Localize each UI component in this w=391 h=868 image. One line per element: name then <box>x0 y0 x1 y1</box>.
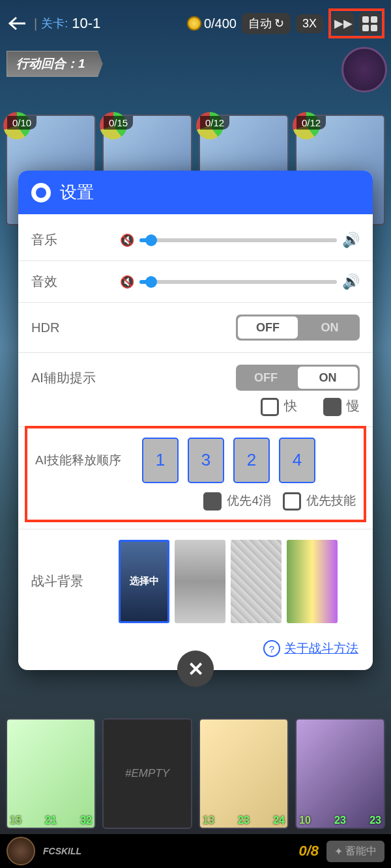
order-box-4[interactable]: 4 <box>279 438 315 483</box>
auto-button[interactable]: 自动 ↻ <box>242 13 291 34</box>
bg-option[interactable] <box>287 540 338 623</box>
coin-value: 0/400 <box>204 16 237 31</box>
ai-hint-on[interactable]: ON <box>298 367 358 389</box>
mute-icon: 🔇 <box>120 233 134 247</box>
grid-icon <box>362 16 377 31</box>
enemy-hp: 0/15 <box>104 116 133 130</box>
order-box-1[interactable]: 1 <box>142 438 179 483</box>
ai-order-row: AI技能释放顺序 1 3 2 4 <box>27 428 364 492</box>
hdr-off[interactable]: OFF <box>238 316 298 339</box>
back-button[interactable] <box>7 14 29 33</box>
settings-header: 设置 <box>18 171 373 214</box>
party-row: 152132 #EMPTY 132324 102323 <box>0 718 391 829</box>
order-box-3[interactable]: 2 <box>233 438 270 483</box>
gear-icon <box>31 183 51 203</box>
party-card[interactable]: 152132 <box>6 718 96 829</box>
bottom-bar: FCSKILL 0/8 ✦蓄能中 <box>0 834 391 868</box>
close-button[interactable]: ✕ <box>177 651 214 687</box>
compass-icon[interactable] <box>341 47 387 92</box>
coin-counter: 0/400 <box>187 16 237 31</box>
battle-bg-label: 战斗背景 <box>31 572 109 590</box>
ai-order-priority: 优先4消 优先技能 <box>27 492 364 520</box>
top-bar: | 关卡: 10-1 0/400 自动 ↻ 3X ▶▶ <box>0 9 391 38</box>
hdr-row: HDR OFF ON <box>18 302 373 352</box>
wand-icon: ✦ <box>334 845 343 858</box>
volume-icon: 🔊 <box>342 232 360 249</box>
bg-option-selected[interactable]: 选择中 <box>119 540 169 623</box>
enemy-hp: 0/12 <box>200 116 229 130</box>
ai-hint-row: AI辅助提示 OFF ON <box>18 352 373 397</box>
music-row: 音乐 🔇 🔊 <box>18 219 373 260</box>
order-box-2[interactable]: 3 <box>188 438 224 483</box>
charge-button[interactable]: ✦蓄能中 <box>326 841 384 862</box>
fast-forward-icon: ▶▶ <box>334 16 353 31</box>
party-card[interactable]: 102323 <box>295 718 385 829</box>
fcskill-label: FCSKILL <box>43 846 81 856</box>
turn-badge: 行动回合：1 <box>7 51 103 77</box>
order-boxes: 1 3 2 4 <box>142 438 356 483</box>
stage-prefix: 关卡: <box>41 16 68 31</box>
sfx-label: 音效 <box>31 273 109 290</box>
party-card[interactable]: 132324 <box>199 718 289 829</box>
party-card-empty[interactable]: #EMPTY <box>102 718 192 829</box>
ai-order-highlight: AI技能释放顺序 1 3 2 4 优先4消 优先技能 <box>25 426 366 522</box>
ai-hint-label: AI辅助提示 <box>31 369 109 387</box>
top-right-highlight: ▶▶ <box>328 8 384 38</box>
fast-forward-button[interactable]: ▶▶ <box>332 12 355 35</box>
close-icon: ✕ <box>188 658 204 680</box>
ai-hint-toggle[interactable]: OFF ON <box>236 365 360 391</box>
stage-label: | 关卡: 10-1 <box>34 15 100 32</box>
sfx-slider[interactable] <box>139 280 337 284</box>
prio4-label: 优先4消 <box>227 494 271 507</box>
back-icon <box>8 16 27 31</box>
fast-label: 快 <box>284 399 297 413</box>
battle-bg-row: 战斗背景 选择中 <box>18 529 373 634</box>
settings-modal: 设置 音乐 🔇 🔊 音效 🔇 🔊 HDR OFF ON <box>18 171 373 670</box>
bg-option[interactable] <box>175 540 225 623</box>
menu-grid-button[interactable] <box>358 12 381 35</box>
settings-title: 设置 <box>60 181 94 204</box>
stage-number: 10-1 <box>72 15 100 32</box>
music-slider[interactable] <box>139 238 337 242</box>
ai-hint-off[interactable]: OFF <box>236 365 296 391</box>
slow-checkbox[interactable] <box>323 398 341 416</box>
hdr-label: HDR <box>31 320 109 335</box>
prioskill-label: 优先技能 <box>306 494 356 507</box>
enemy-hp: 0/10 <box>7 116 36 130</box>
ai-hint-speed: 快 慢 <box>18 397 373 427</box>
bg-option[interactable] <box>231 540 282 623</box>
fcskill-count: 0/8 <box>298 843 319 860</box>
hdr-on[interactable]: ON <box>300 315 360 341</box>
loop-icon: ↻ <box>274 16 284 31</box>
enemy-hp: 0/12 <box>297 116 326 130</box>
sfx-row: 音效 🔇 🔊 <box>18 260 373 302</box>
mute-icon: 🔇 <box>120 275 134 289</box>
speed-button[interactable]: 3X <box>296 14 323 33</box>
coin-icon <box>187 16 201 31</box>
fcskill-icon[interactable] <box>7 837 35 865</box>
music-label: 音乐 <box>31 231 109 249</box>
ai-order-label: AI技能释放顺序 <box>35 452 133 469</box>
prio4-checkbox[interactable] <box>203 492 222 511</box>
hdr-toggle[interactable]: OFF ON <box>236 315 360 341</box>
volume-icon: 🔊 <box>342 273 360 290</box>
fast-checkbox[interactable] <box>261 398 279 416</box>
slow-label: 慢 <box>347 399 360 413</box>
prioskill-checkbox[interactable] <box>283 492 301 511</box>
